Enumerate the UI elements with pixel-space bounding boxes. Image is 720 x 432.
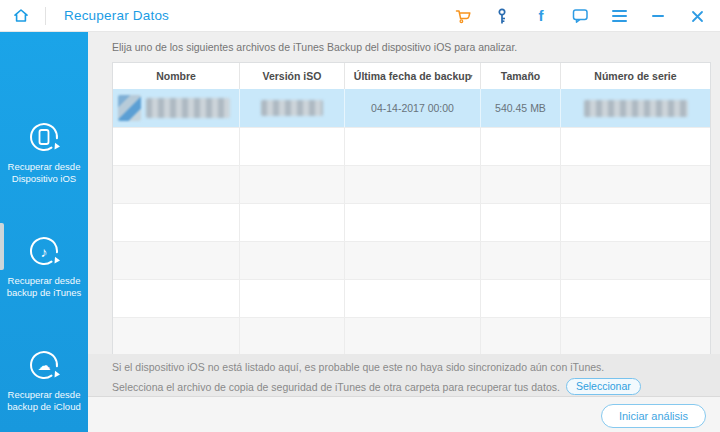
table-empty-rows [113, 127, 710, 355]
table-cell-empty [561, 128, 710, 165]
table-cell-empty [345, 204, 481, 241]
table-row-empty[interactable] [113, 279, 710, 317]
table-cell-empty [481, 242, 561, 279]
table-cell-empty [240, 318, 345, 355]
key-icon [496, 8, 508, 25]
table-row-empty[interactable] [113, 241, 710, 279]
table-cell-empty [481, 280, 561, 317]
table-row-empty[interactable] [113, 127, 710, 165]
column-header-nombre[interactable]: Nombre [113, 63, 240, 89]
titlebar-divider [45, 7, 46, 25]
select-file-button[interactable]: Seleccionar [566, 378, 641, 395]
table-cell-empty [240, 280, 345, 317]
table-cell-empty [345, 280, 481, 317]
facebook-icon: f [539, 7, 544, 25]
close-button[interactable] [688, 7, 706, 25]
table-row-empty[interactable] [113, 165, 710, 203]
sort-descending-icon: ▼ [467, 73, 474, 80]
hamburger-icon [612, 10, 627, 22]
table-row-empty[interactable] [113, 203, 710, 241]
redaction-block [261, 100, 323, 116]
note-line-1: Si el dispositivo iOS no está listado aq… [112, 361, 604, 373]
table-cell-empty [113, 166, 240, 203]
cell-nombre [113, 89, 240, 127]
cell-serie [561, 89, 710, 127]
table-header-row: Nombre Versión iSO Última fecha de backu… [113, 63, 710, 89]
column-header-fecha[interactable]: Última fecha de backup ▼ [345, 63, 481, 89]
sidebar: Recuperar desde Dispositivo iOS ♪ Recupe… [0, 32, 88, 432]
menu-button[interactable] [610, 7, 628, 25]
table-cell-empty [240, 242, 345, 279]
redaction-block [584, 100, 688, 117]
cell-fecha: 04-14-2017 00:00 [345, 89, 481, 127]
app-window: Recuperar Datos f [0, 0, 720, 432]
note-line-2: Selecciona el archivo de copia de seguri… [112, 378, 641, 395]
table-cell-empty [113, 242, 240, 279]
column-header-serie[interactable]: Número de serie [561, 63, 710, 89]
table-cell-empty [240, 128, 345, 165]
table-cell-empty [561, 242, 710, 279]
minimize-icon [652, 15, 664, 17]
cart-button[interactable] [454, 7, 472, 25]
title-bar: Recuperar Datos f [0, 0, 720, 32]
table-row-empty[interactable] [113, 317, 710, 355]
table-cell-empty [113, 318, 240, 355]
table-cell-empty [561, 204, 710, 241]
backup-table: Nombre Versión iSO Última fecha de backu… [112, 62, 711, 356]
feedback-button[interactable] [571, 7, 589, 25]
table-cell-empty [561, 166, 710, 203]
sidebar-item-recover-ios-device[interactable]: Recuperar desde Dispositivo iOS [0, 118, 88, 185]
minimize-button[interactable] [649, 7, 667, 25]
table-cell-empty [481, 166, 561, 203]
table-cell-empty [240, 204, 345, 241]
home-icon [12, 7, 30, 25]
table-cell-empty [113, 128, 240, 165]
table-row-selected[interactable]: 04-14-2017 00:00 540.45 MB [113, 89, 710, 127]
titlebar-actions: f [454, 0, 706, 32]
page-title: Recuperar Datos [64, 0, 169, 32]
column-header-version[interactable]: Versión iSO [240, 63, 345, 89]
footer-bar: Iniciar análisis [88, 396, 720, 432]
table-cell-empty [481, 128, 561, 165]
facebook-button[interactable]: f [532, 7, 550, 25]
icloud-refresh-icon: ☁ [25, 346, 63, 384]
sidebar-item-label: Recuperar desde Dispositivo iOS [0, 161, 88, 185]
table-cell-empty [345, 166, 481, 203]
sidebar-item-label: Recuperar desde backup de iTunes [0, 275, 88, 299]
table-cell-empty [561, 280, 710, 317]
table-cell-empty [113, 280, 240, 317]
cell-tamano: 540.45 MB [481, 89, 561, 127]
table-cell-empty [345, 128, 481, 165]
column-header-tamano[interactable]: Tamaño [481, 63, 561, 89]
table-cell-empty [481, 204, 561, 241]
table-cell-empty [240, 166, 345, 203]
sidebar-item-recover-icloud-backup[interactable]: ☁ Recuperar desde backup de iCloud [0, 346, 88, 413]
start-analysis-button[interactable]: Iniciar análisis [601, 404, 706, 428]
table-cell-empty [345, 318, 481, 355]
column-header-label: Última fecha de backup [354, 70, 471, 82]
table-cell-empty [481, 318, 561, 355]
svg-text:♪: ♪ [41, 244, 48, 260]
cell-version [240, 89, 345, 127]
redacted-name [113, 95, 239, 121]
chat-icon [572, 8, 589, 24]
table-cell-empty [113, 204, 240, 241]
device-thumbnail-redacted [118, 95, 141, 121]
cart-icon [455, 8, 472, 24]
note-line-2-text: Selecciona el archivo de copia de seguri… [112, 381, 560, 393]
close-icon [691, 10, 704, 23]
register-button[interactable] [493, 7, 511, 25]
home-button[interactable] [12, 7, 32, 25]
sidebar-item-recover-itunes-backup[interactable]: ♪ Recuperar desde backup de iTunes [0, 232, 88, 299]
svg-text:☁: ☁ [38, 358, 51, 373]
instruction-text: Elija uno de los siguientes archivos de … [112, 41, 517, 53]
device-refresh-icon [25, 118, 63, 156]
redaction-block [146, 98, 230, 118]
itunes-refresh-icon: ♪ [25, 232, 63, 270]
table-cell-empty [561, 318, 710, 355]
table-cell-empty [345, 242, 481, 279]
sidebar-item-label: Recuperar desde backup de iCloud [0, 389, 88, 413]
